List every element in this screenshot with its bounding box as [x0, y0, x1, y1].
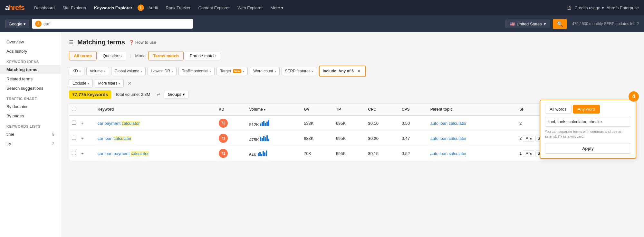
source-chevron: ▾ — [24, 22, 26, 26]
parent-topic-link[interactable]: auto loan calculator — [430, 121, 467, 126]
top-navigation: ahrefs Dashboard Site Explorer Keywords … — [0, 0, 644, 15]
trend-button[interactable]: ↗ ↘ — [523, 150, 534, 157]
groups-button[interactable]: Groups ▾ — [164, 90, 188, 99]
row-volume: 64K — [246, 146, 301, 161]
all-words-tab[interactable]: All words — [545, 105, 572, 114]
keyword-link[interactable]: car loan calculator — [98, 136, 132, 141]
keyword-highlight: calculator — [122, 121, 140, 126]
filter-more[interactable]: More filters▾ — [95, 79, 124, 87]
tab-questions[interactable]: Questions — [98, 51, 127, 60]
row-cps: 0.50 — [399, 115, 428, 131]
col-plus — [79, 104, 95, 115]
sidebar-item-search-suggestions[interactable]: Search suggestions — [0, 84, 61, 93]
total-volume: Total volume: 2.3M — [115, 92, 150, 97]
nav-dashboard[interactable]: Dashboard — [31, 4, 58, 12]
sidebar-item-related-terms[interactable]: Related terms — [0, 74, 61, 84]
filter-lowest-dr[interactable]: Lowest DR▾ — [148, 67, 177, 75]
parent-topic-link[interactable]: auto loan calculator — [430, 151, 467, 156]
filter-global-volume[interactable]: Global volume▾ — [111, 67, 146, 75]
row-2-checkbox[interactable] — [72, 136, 76, 140]
filter-serp-features[interactable]: SERP features▾ — [282, 67, 317, 75]
country-chevron: ▾ — [544, 22, 546, 26]
logo[interactable]: ahrefs — [5, 4, 24, 12]
nav-keywords-explorer[interactable]: Keywords Explorer — [91, 4, 136, 12]
row-1-checkbox[interactable] — [72, 121, 76, 125]
nav-web-explorer[interactable]: Web Explorer — [234, 4, 266, 12]
sparkline — [260, 135, 269, 141]
filter-traffic-potential[interactable]: Traffic potential▾ — [178, 67, 215, 75]
row-kd: 71 — [216, 146, 247, 161]
filter-exclude[interactable]: Exclude▾ — [69, 79, 93, 87]
sidebar-item-by-domains[interactable]: By domains — [0, 102, 61, 111]
any-word-tab[interactable]: Any word — [573, 105, 600, 114]
sidebar-item-list-time[interactable]: time 9 — [0, 130, 61, 139]
sparkline — [258, 150, 267, 156]
col-tp: TP — [333, 104, 366, 115]
keyword-link[interactable]: car payment calculator — [98, 121, 140, 126]
kd-badge: 71 — [219, 149, 228, 158]
sidebar-section-keyword-ideas: Keyword ideas — [0, 56, 61, 65]
row-kd: 71 — [216, 131, 247, 146]
filter-volume[interactable]: Volume▾ — [86, 67, 109, 75]
row-cps: 0.52 — [399, 146, 428, 161]
how-to-use-link[interactable]: ❓ How to use — [129, 40, 156, 45]
search-query[interactable]: car — [43, 21, 50, 26]
page-title: Matching terms — [77, 39, 125, 46]
country-selector[interactable]: 🇺🇸 United States ▾ — [505, 20, 550, 28]
popup-hint: You can separate terms with commas and u… — [545, 129, 631, 139]
groups-chevron: ▾ — [183, 92, 185, 97]
row-plus[interactable]: + — [79, 131, 95, 146]
select-all-checkbox[interactable] — [72, 107, 76, 111]
include-close-icon[interactable]: ✕ — [356, 68, 362, 74]
tab-phrase-match[interactable]: Phrase match — [185, 51, 220, 60]
sidebar-section-keywords-lists: Keywords lists — [0, 121, 61, 130]
include-terms-input[interactable] — [545, 117, 631, 127]
tab-all-terms[interactable]: All terms — [69, 51, 97, 60]
row-kd: 73 — [216, 115, 247, 131]
search-button[interactable]: 🔍 — [553, 19, 567, 29]
search-input-wrap: 2 car — [32, 19, 193, 29]
row-cpc: $0.15 — [365, 146, 399, 161]
keyword-link[interactable]: car loan payment calculator — [98, 151, 149, 156]
filter-target[interactable]: TargetNew▾ — [216, 67, 248, 75]
credits-usage-button[interactable]: Credits usage ▾ — [574, 5, 604, 10]
word-tabs: All words Any word — [545, 105, 631, 114]
serp-info: 479 / 500 monthly SERP updates left ? — [572, 22, 639, 26]
volume-sort-arrow: ▾ — [264, 108, 265, 111]
sidebar-item-by-pages[interactable]: By pages — [0, 111, 61, 121]
sidebar-item-ads-history[interactable]: Ads history — [0, 47, 61, 56]
clear-filters-icon[interactable]: ✕ — [126, 80, 134, 87]
filter-kd[interactable]: KD▾ — [69, 67, 84, 75]
help-icon[interactable]: ? — [637, 22, 639, 26]
include-button[interactable]: Include: Any of 6 ✕ — [319, 66, 366, 77]
target-chevron: ▾ — [243, 69, 244, 73]
tab-terms-match[interactable]: Terms match — [148, 51, 184, 60]
row-plus[interactable]: + — [79, 115, 95, 131]
nav-site-explorer[interactable]: Site Explorer — [59, 4, 90, 12]
hamburger-icon[interactable]: ☰ — [69, 39, 73, 45]
col-parent-topic: Parent topic — [428, 104, 517, 115]
col-volume[interactable]: Volume ▾ — [246, 104, 301, 115]
gv-chevron: ▾ — [140, 69, 142, 73]
filter-word-count[interactable]: Word count▾ — [250, 67, 279, 75]
sidebar-item-matching-terms[interactable]: Matching terms — [0, 65, 61, 74]
nav-rank-tracker[interactable]: Rank Tracker — [162, 4, 194, 12]
target-new-badge: New — [233, 69, 242, 73]
results-bar: 77,775 keywords Total volume: 2.3M ⇌ Gro… — [69, 90, 636, 99]
nav-content-explorer[interactable]: Content Explorer — [195, 4, 233, 12]
row-3-checkbox[interactable] — [72, 151, 76, 155]
source-dropdown[interactable]: Google ▾ — [5, 20, 29, 28]
sidebar-item-overview[interactable]: Overview — [0, 37, 61, 47]
nav-more[interactable]: More ▾ — [267, 4, 287, 12]
apply-button[interactable]: Apply — [545, 143, 631, 154]
parent-topic-link[interactable]: auto loan calculator — [430, 136, 467, 141]
sidebar-item-list-try[interactable]: try 2 — [0, 139, 61, 148]
logo-text: a — [5, 4, 9, 12]
nav-audit[interactable]: Audit — [145, 4, 161, 12]
more-chevron: ▾ — [119, 82, 120, 85]
row-checkbox — [69, 115, 79, 131]
sparkline — [260, 120, 269, 126]
row-plus[interactable]: + — [79, 146, 95, 161]
nav-right-area: 🖥 Credits usage ▾ Ahrefs Enterprise — [566, 5, 639, 11]
trend-button[interactable]: ↗ ↘ — [523, 135, 534, 142]
